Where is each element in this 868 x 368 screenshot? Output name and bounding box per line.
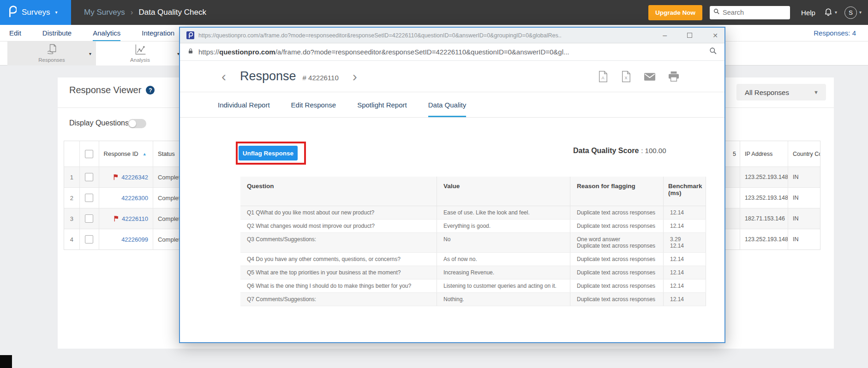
response-tabs: Individual ReportEdit ResponseSpotlight … bbox=[180, 92, 724, 118]
unflag-response-button[interactable]: Unflag Response bbox=[239, 146, 298, 160]
response-editor-window: https://questionpro.com/a/frame.do?mode=… bbox=[179, 27, 725, 343]
benchmark-cell: 12.14 bbox=[663, 266, 706, 279]
bottom-corner-block bbox=[0, 355, 12, 368]
print-icon[interactable] bbox=[668, 71, 679, 82]
top-bar: Surveys ▾ My Surveys › Data Quality Chec… bbox=[0, 0, 868, 25]
breadcrumb-my-surveys[interactable]: My Surveys bbox=[84, 8, 125, 17]
country-code-cell: IN bbox=[788, 188, 820, 208]
toolbar-tile-responses[interactable]: Responses ▾ bbox=[7, 42, 96, 65]
help-icon[interactable]: ? bbox=[146, 86, 155, 95]
ip-address-cell: 123.252.193.148 bbox=[740, 188, 788, 208]
close-icon[interactable]: ✕ bbox=[712, 32, 718, 39]
zoom-search-icon[interactable] bbox=[709, 47, 717, 57]
response-row-right: 123.252.193.148IN bbox=[711, 187, 820, 208]
display-questions-toggle[interactable] bbox=[128, 119, 146, 128]
response-filter-dropdown[interactable]: All Responses ▼ bbox=[736, 84, 826, 101]
toolbar-tile-label: Responses bbox=[7, 57, 96, 63]
row-checkbox[interactable] bbox=[85, 173, 93, 181]
value-cell: No bbox=[437, 233, 570, 252]
pdf-export-icon[interactable]: A bbox=[598, 71, 608, 83]
response-title: Response bbox=[240, 69, 296, 83]
benchmark-cell: 12.14 bbox=[663, 253, 706, 266]
nav-tab-integration[interactable]: Integration bbox=[142, 25, 174, 41]
row-number: 4 bbox=[64, 229, 80, 249]
reason-cell: Duplicate text across responses bbox=[570, 266, 663, 279]
response-id-link[interactable]: 42226110 bbox=[122, 215, 148, 222]
responses-table-right: 5 IP Address Country Code 123.252.193.14… bbox=[711, 141, 820, 250]
display-questions-label: Display Questions bbox=[69, 119, 129, 127]
nav-tab-distribute[interactable]: Distribute bbox=[42, 25, 72, 41]
quality-table: QuestionValueReason for flaggingBenchmar… bbox=[240, 177, 706, 306]
questionpro-logo-icon bbox=[7, 6, 17, 19]
country-code-header[interactable]: Country Code bbox=[788, 141, 820, 166]
select-all-checkbox[interactable] bbox=[85, 150, 93, 158]
chevron-down-icon: ▾ bbox=[55, 10, 57, 15]
row-checkbox[interactable] bbox=[85, 214, 93, 223]
row-checkbox[interactable] bbox=[85, 194, 93, 202]
response-id-link[interactable]: 42226342 bbox=[121, 174, 148, 181]
country-code-cell: IN bbox=[788, 229, 820, 249]
chevron-down-icon[interactable]: ▾ bbox=[89, 51, 91, 56]
modal-tab-data-quality[interactable]: Data Quality bbox=[428, 92, 467, 117]
breadcrumb: My Surveys › Data Quality Check bbox=[84, 8, 206, 17]
minimize-button[interactable]: – bbox=[663, 31, 667, 40]
response-id-link[interactable]: 42226099 bbox=[121, 236, 148, 243]
question-cell: Q2 What changes would most improve our p… bbox=[240, 220, 437, 232]
toolbar-tile-label: Analysis bbox=[96, 57, 184, 63]
select-all-cell bbox=[80, 141, 99, 166]
chevron-down-icon: ▾ bbox=[859, 10, 862, 15]
quality-table-header: QuestionValueReason for flaggingBenchmar… bbox=[240, 177, 706, 206]
row-checkbox-cell bbox=[80, 229, 99, 249]
response-header: ‹ Response # 42226110 › A X bbox=[180, 61, 724, 92]
toggle-knob bbox=[129, 120, 136, 127]
avatar: S bbox=[844, 6, 857, 19]
next-response-button[interactable]: › bbox=[350, 70, 360, 83]
row-checkbox-cell bbox=[80, 188, 99, 208]
row-number-header bbox=[64, 141, 80, 166]
product-menu[interactable]: Surveys ▾ bbox=[0, 0, 71, 25]
row-number: 2 bbox=[64, 188, 80, 208]
row-checkbox[interactable] bbox=[85, 235, 93, 243]
score-value: : 100.00 bbox=[641, 147, 666, 154]
modal-tab-spotlight-report[interactable]: Spotlight Report bbox=[357, 92, 407, 117]
lock-icon bbox=[187, 47, 194, 57]
nav-tab-analytics[interactable]: Analytics bbox=[93, 25, 120, 41]
question-cell: Q3 Comments/Suggestions: bbox=[240, 233, 437, 252]
search-input[interactable] bbox=[723, 9, 783, 16]
benchmark-cell: 12.14 bbox=[663, 293, 706, 306]
previous-response-button[interactable]: ‹ bbox=[219, 70, 229, 83]
toolbar-tile-analysis[interactable]: Analysis ▾ bbox=[96, 42, 185, 65]
upgrade-now-button[interactable]: Upgrade Now bbox=[648, 5, 702, 20]
value-cell: Everything is good. bbox=[437, 220, 570, 232]
question-cell: Q4 Do you have any other comments, quest… bbox=[240, 253, 437, 266]
response-id-link[interactable]: 42226300 bbox=[121, 195, 148, 202]
maximize-button[interactable] bbox=[687, 33, 692, 38]
quality-col-header: Benchmark (ms) bbox=[663, 177, 706, 206]
value-cell: Nothing. bbox=[437, 293, 570, 306]
account-menu[interactable]: S ▾ bbox=[844, 6, 862, 19]
nav-tab-edit[interactable]: Edit bbox=[9, 25, 21, 41]
row-checkbox-cell bbox=[80, 167, 99, 187]
address-bar[interactable]: https://questionpro.com/a/frame.do?mode=… bbox=[180, 43, 724, 61]
quality-row: Q3 Comments/Suggestions:NoOne word answe… bbox=[240, 233, 706, 253]
global-search[interactable] bbox=[710, 6, 790, 19]
data-quality-score: Data Quality Score : 100.00 bbox=[573, 147, 666, 155]
value-cell: Ease of use. Like the look and feel. bbox=[437, 206, 570, 219]
app-root: Surveys ▾ My Surveys › Data Quality Chec… bbox=[0, 0, 868, 368]
breadcrumb-current-survey: Data Quality Check bbox=[138, 8, 206, 17]
excel-export-icon[interactable]: X bbox=[621, 71, 631, 83]
score-label: Data Quality Score bbox=[573, 147, 639, 155]
modal-tab-edit-response[interactable]: Edit Response bbox=[291, 92, 336, 117]
email-icon[interactable] bbox=[644, 73, 655, 81]
notifications-menu[interactable]: ▾ bbox=[824, 7, 837, 18]
ip-address-header[interactable]: IP Address bbox=[740, 141, 788, 166]
reason-cell: Duplicate text across responses bbox=[570, 279, 663, 292]
responses-table-right-body: 123.252.193.148IN123.252.193.148IN182.71… bbox=[711, 166, 820, 249]
benchmark-cell: 12.14 bbox=[663, 279, 706, 292]
benchmark-cell: 3.2912.14 bbox=[663, 233, 706, 252]
modal-tab-individual-report[interactable]: Individual Report bbox=[218, 92, 270, 117]
response-id-header[interactable]: Response ID ▲ bbox=[99, 141, 153, 166]
help-link[interactable]: Help bbox=[801, 9, 815, 17]
quality-col-header: Question bbox=[240, 177, 437, 206]
window-title-bar[interactable]: https://questionpro.com/a/frame.do?mode=… bbox=[180, 28, 724, 43]
